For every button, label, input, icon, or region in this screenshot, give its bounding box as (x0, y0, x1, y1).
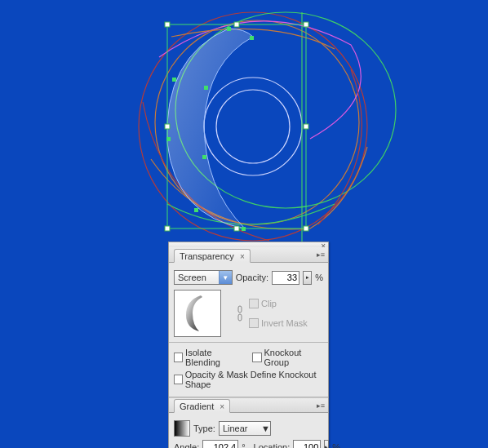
degree-symbol: ° (242, 442, 245, 449)
gradient-angle-input[interactable] (202, 440, 238, 448)
tab-transparency[interactable]: Transparency × (174, 249, 251, 263)
svg-rect-19 (242, 227, 246, 231)
selected-shape[interactable] (167, 29, 253, 228)
svg-rect-22 (250, 36, 254, 40)
object-thumbnail[interactable] (174, 290, 221, 337)
mask-link-icon[interactable] (234, 290, 246, 337)
isolate-blending-checkbox[interactable] (174, 353, 183, 362)
knockout-group-label: Knockout Group (264, 348, 323, 367)
svg-rect-11 (304, 124, 308, 129)
transparency-gradient-panel: × Transparency × ▸≡ Screen ▼ Opacity: ▸ … (168, 242, 329, 448)
location-slider-button[interactable]: ▸ (324, 440, 329, 448)
tab-transparency-label: Transparency (180, 251, 234, 261)
svg-rect-20 (202, 155, 206, 159)
mask-define-checkbox[interactable] (174, 375, 183, 384)
chevron-down-icon: ▼ (261, 424, 270, 433)
tab-close-icon[interactable]: × (220, 402, 224, 411)
chevron-down-icon: ▼ (219, 271, 232, 284)
svg-rect-8 (234, 22, 239, 27)
gradient-type-value: Linear (223, 424, 248, 433)
tab-close-icon[interactable]: × (240, 252, 245, 261)
isolate-blending-label: Isolate Blending (185, 348, 243, 367)
invert-mask-checkbox (249, 318, 259, 328)
svg-point-3 (216, 90, 290, 163)
gradient-location-label: Location: (254, 442, 291, 449)
svg-rect-12 (165, 226, 170, 231)
transparency-section: Screen ▼ Opacity: ▸ % (169, 263, 328, 397)
opacity-label: Opacity: (236, 273, 268, 282)
svg-rect-10 (165, 124, 170, 129)
panel-menu-icon[interactable]: ▸≡ (317, 401, 325, 410)
clip-row: Clip (249, 299, 308, 308)
gradient-section: Type: Linear ▼ Angle: ° Location: ▸ % (169, 413, 328, 448)
svg-point-2 (204, 78, 302, 175)
gradient-angle-label: Angle: (174, 442, 199, 449)
tab-gradient[interactable]: Gradient × (174, 399, 230, 413)
svg-rect-24 (238, 314, 242, 321)
svg-rect-23 (238, 306, 242, 313)
opacity-slider-button[interactable]: ▸ (303, 271, 312, 285)
gradient-tab-row: Gradient × ▸≡ (169, 397, 328, 413)
svg-rect-15 (227, 27, 231, 31)
transparency-tab-row: Transparency × ▸≡ (169, 247, 328, 263)
location-pct: % (332, 442, 340, 449)
blend-mode-select[interactable]: Screen ▼ (174, 270, 233, 285)
gradient-swatch[interactable] (174, 420, 190, 437)
opacity-input[interactable] (272, 271, 299, 285)
clip-label: Clip (261, 299, 277, 308)
svg-rect-18 (194, 208, 198, 212)
gradient-type-select[interactable]: Linear ▼ (219, 421, 271, 436)
svg-rect-14 (304, 226, 308, 231)
knockout-group-checkbox[interactable] (252, 353, 261, 362)
svg-rect-13 (234, 226, 239, 231)
svg-rect-21 (204, 86, 208, 90)
blend-mode-value: Screen (178, 273, 206, 282)
gradient-location-input[interactable] (293, 440, 321, 448)
gradient-type-label: Type: (193, 424, 215, 433)
invert-mask-row: Invert Mask (249, 318, 308, 328)
svg-rect-16 (172, 78, 176, 82)
svg-rect-9 (304, 22, 308, 27)
svg-rect-7 (165, 22, 170, 27)
opacity-pct: % (315, 273, 323, 282)
clip-checkbox (249, 299, 259, 308)
invert-mask-label: Invert Mask (261, 318, 308, 328)
svg-rect-17 (166, 137, 171, 141)
tab-gradient-label: Gradient (180, 401, 214, 411)
panel-menu-icon[interactable]: ▸≡ (317, 251, 325, 259)
mask-define-label: Opacity & Mask Define Knockout Shape (185, 370, 323, 389)
